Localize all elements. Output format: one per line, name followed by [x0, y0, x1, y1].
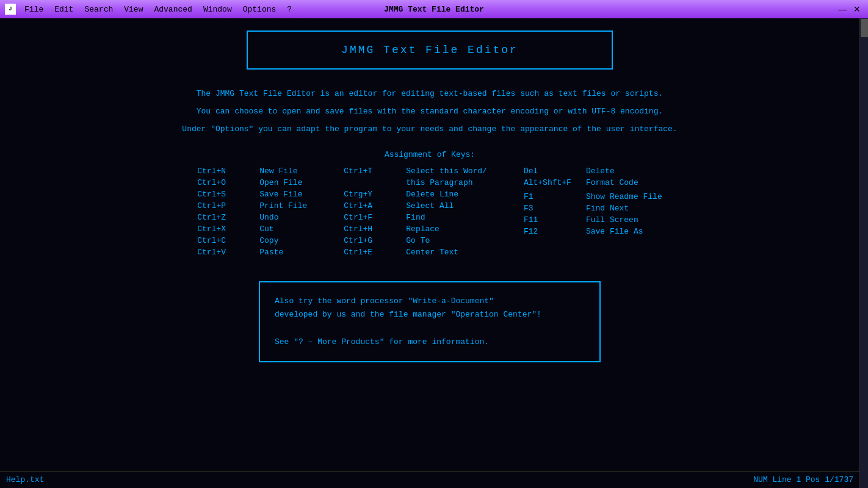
close-button[interactable]: ✕	[851, 3, 863, 15]
info-line3	[275, 322, 585, 336]
key-row: Ctrl+X Cut	[197, 224, 307, 234]
key-code: Ctrl+X	[197, 224, 252, 234]
info-box: Also try the word processor "Write-a-Doc…	[259, 281, 601, 362]
key-code: Ctrg+Y	[344, 190, 399, 199]
key-code: Ctrl+E	[344, 248, 399, 257]
key-code: Ctrl+S	[197, 190, 252, 199]
keys-column-2: Ctrl+T Select this Word/ this Paragraph …	[344, 167, 487, 257]
key-code: Ctrl+Z	[197, 213, 252, 222]
key-action: Delete Line	[406, 190, 458, 199]
key-code: Ctrl+F	[344, 213, 399, 222]
key-code: Ctrl+A	[344, 201, 399, 210]
key-action: Find	[406, 213, 425, 222]
key-code: Del	[524, 167, 579, 176]
key-row: Ctrl+N New File	[197, 167, 307, 176]
key-row: Ctrl+E Center Text	[344, 248, 487, 257]
description-line1: The JMMG Text File Editor is an editor f…	[155, 88, 704, 101]
key-row: F12 Save File As	[524, 227, 662, 236]
key-action: Select All	[406, 201, 454, 210]
key-action: Save File	[259, 190, 302, 199]
key-action: Paste	[259, 248, 283, 257]
key-row: Ctrl+V Paste	[197, 248, 307, 257]
titlebar: J File Edit Search View Advanced Window …	[0, 0, 868, 18]
key-action: Full Screen	[586, 215, 638, 224]
key-row: Ctrl+C Copy	[197, 236, 307, 245]
app-icon: J	[5, 4, 16, 15]
key-action: this Paragraph	[406, 178, 472, 187]
key-action: Show Readme File	[586, 192, 662, 201]
key-row: Ctrl+F Find	[344, 213, 487, 222]
key-row: Ctrl+Z Undo	[197, 213, 307, 222]
key-code: Alt+Shft+F	[524, 178, 579, 187]
keys-column-3: Del Delete Alt+Shft+F Format Code F1 Sho…	[524, 167, 662, 257]
key-action: Select this Word/	[406, 167, 487, 176]
editor-title-box: JMMG Text File Editor	[247, 30, 613, 70]
key-code: F3	[524, 204, 579, 213]
menu-file[interactable]: File	[20, 4, 48, 15]
key-code	[344, 178, 399, 187]
key-action: Format Code	[586, 178, 638, 187]
key-row: Ctrg+Y Delete Line	[344, 190, 487, 199]
description-line2: You can choose to open and save files wi…	[155, 106, 704, 118]
status-filename: Help.txt	[6, 475, 44, 484]
key-code: Ctrl+T	[344, 167, 399, 176]
key-code: Ctrl+V	[197, 248, 252, 257]
key-action: Print File	[259, 201, 307, 210]
keys-column-1: Ctrl+N New File Ctrl+O Open File Ctrl+S …	[197, 167, 307, 257]
key-code: F1	[524, 192, 579, 201]
key-action: Cut	[259, 224, 273, 234]
key-code: Ctrl+H	[344, 224, 399, 234]
key-row: F3 Find Next	[524, 204, 662, 213]
keys-table: Ctrl+N New File Ctrl+O Open File Ctrl+S …	[197, 167, 662, 257]
statusbar: Help.txt NUM Line 1 Pos 1/1737	[0, 471, 859, 488]
description-line3: Under "Options" you can adapt the progra…	[155, 123, 704, 136]
window-controls: — ✕	[836, 3, 863, 15]
menu-view[interactable]: View	[119, 4, 148, 15]
scrollbar[interactable]	[859, 18, 868, 488]
status-info: NUM Line 1 Pos 1/1737	[753, 475, 853, 484]
key-row: Ctrl+P Print File	[197, 201, 307, 210]
key-action: Save File As	[586, 227, 643, 236]
key-code: F12	[524, 227, 579, 236]
key-code: F11	[524, 215, 579, 224]
editor-title: JMMG Text File Editor	[341, 44, 518, 56]
key-row: Ctrl+T Select this Word/	[344, 167, 487, 176]
minimize-button[interactable]: —	[836, 3, 848, 15]
key-row: Alt+Shft+F Format Code	[524, 178, 662, 187]
info-line2: developed by us and the file manager "Op…	[275, 308, 585, 321]
menu-edit[interactable]: Edit	[49, 4, 78, 15]
key-code: Ctrl+G	[344, 236, 399, 245]
key-action: Go To	[406, 236, 430, 245]
menu-advanced[interactable]: Advanced	[149, 4, 197, 15]
key-row: Ctrl+A Select All	[344, 201, 487, 210]
main-content: JMMG Text File Editor The JMMG Text File…	[0, 18, 859, 470]
key-action: Open File	[259, 178, 302, 187]
window-title: JMMG Text File Editor	[384, 5, 484, 14]
key-action: Copy	[259, 236, 278, 245]
assignment-header: Assignment of Keys:	[385, 150, 475, 159]
menu-search[interactable]: Search	[79, 4, 118, 15]
key-action: New File	[259, 167, 297, 176]
menu-options[interactable]: Options	[238, 4, 281, 15]
key-row: this Paragraph	[344, 178, 487, 187]
key-action: Replace	[406, 224, 439, 234]
key-row: F11 Full Screen	[524, 215, 662, 224]
key-action: Undo	[259, 213, 278, 222]
menu-window[interactable]: Window	[198, 4, 237, 15]
key-action: Center Text	[406, 248, 458, 257]
menu-help[interactable]: ?	[282, 4, 297, 15]
key-code: Ctrl+P	[197, 201, 252, 210]
key-code: Ctrl+N	[197, 167, 252, 176]
key-row: Del Delete	[524, 167, 662, 176]
key-code: Ctrl+O	[197, 178, 252, 187]
key-row: Ctrl+S Save File	[197, 190, 307, 199]
key-row: F1 Show Readme File	[524, 192, 662, 201]
key-code: Ctrl+C	[197, 236, 252, 245]
key-action: Delete	[586, 167, 615, 176]
scrollbar-thumb[interactable]	[861, 19, 868, 37]
key-row: Ctrl+G Go To	[344, 236, 487, 245]
info-line4: See "? – More Products" for more informa…	[275, 336, 585, 349]
key-row: Ctrl+H Replace	[344, 224, 487, 234]
key-row: Ctrl+O Open File	[197, 178, 307, 187]
info-line1: Also try the word processor "Write-a-Doc…	[275, 295, 585, 308]
